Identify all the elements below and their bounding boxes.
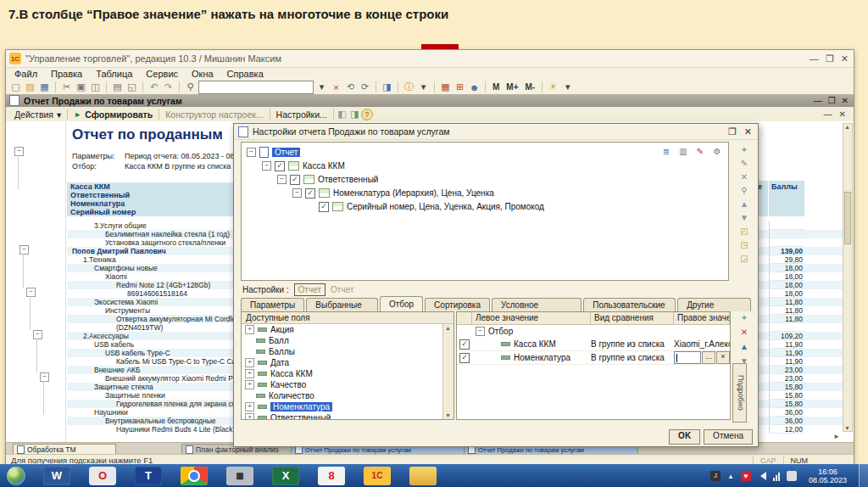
filter-column-header-2[interactable]: Правое значение xyxy=(674,312,730,324)
panel-minimize-icon[interactable]: — xyxy=(824,109,832,119)
chrome-icon[interactable] xyxy=(181,467,208,485)
outline-collapse-icon[interactable]: − xyxy=(19,245,29,255)
expand-icon[interactable]: + xyxy=(245,358,254,367)
checkbox[interactable]: ✓ xyxy=(459,339,470,350)
tab-4[interactable]: Условное оформление xyxy=(492,298,581,311)
filter-left-value[interactable]: Номенклатура xyxy=(472,353,591,362)
report-restore-button[interactable]: ❐ xyxy=(828,97,836,105)
right-value-input[interactable] xyxy=(674,351,701,364)
actions-button[interactable]: Действия ▾ xyxy=(10,109,65,120)
collapse-icon[interactable]: − xyxy=(262,161,271,171)
calculator-icon[interactable]: ▦ xyxy=(226,467,253,485)
filter-row[interactable]: ✓Касса ККМВ группе из спискаXiaomi_г.Але… xyxy=(457,338,730,351)
paste-icon[interactable]: ◫ xyxy=(89,81,102,93)
folder-icon[interactable] xyxy=(409,467,437,485)
outline-collapse-icon[interactable]: − xyxy=(26,288,36,297)
menu-item-4[interactable]: Окна xyxy=(192,69,214,79)
copy-element-icon[interactable]: ◰ xyxy=(737,226,751,237)
calendar-icon[interactable]: ▦ xyxy=(439,81,452,93)
move-out-group-icon[interactable]: ◲ xyxy=(737,253,751,264)
field-item[interactable]: +Дата xyxy=(242,357,442,368)
copy-icon[interactable]: ▣ xyxy=(75,81,87,93)
menu-item-3[interactable]: Сервис xyxy=(146,69,178,79)
tree-item[interactable]: −✓Номенклатура (Иерархия), Цена, Уценка xyxy=(292,187,494,199)
tray-expand-icon[interactable]: ▴ xyxy=(726,471,736,481)
open-folder-icon[interactable]: ▨ xyxy=(24,81,36,93)
tab-0[interactable]: Параметры xyxy=(241,298,304,311)
report-minimize-button[interactable]: — xyxy=(814,97,822,105)
menu-item-5[interactable]: Справка xyxy=(227,69,264,79)
generate-button[interactable]: ► Сформировать xyxy=(70,109,157,120)
field-item[interactable]: +Касса ККМ xyxy=(242,368,442,379)
collapse-icon[interactable]: − xyxy=(476,327,485,336)
outline-collapse-icon[interactable]: − xyxy=(40,372,49,382)
load-values-icon[interactable]: ◨ xyxy=(348,109,361,120)
tree-item[interactable]: −✓Касса ККМ xyxy=(262,160,345,172)
taskbar-clock[interactable]: 16:06 08.05.2023 xyxy=(809,467,847,484)
field-item[interactable]: Балл xyxy=(242,335,442,346)
help-icon[interactable]: ? xyxy=(361,109,373,120)
calculator-icon[interactable]: ⊞ xyxy=(453,81,466,93)
add-element-icon[interactable]: + xyxy=(737,144,751,155)
tree-item[interactable]: −✓Ответственный xyxy=(277,173,378,186)
filter-right-value[interactable]: ...× xyxy=(674,351,730,364)
checkbox[interactable]: ✓ xyxy=(319,202,329,212)
check-settings-icon[interactable]: ▥ xyxy=(677,146,689,157)
cancel-button[interactable]: Отмена xyxy=(704,429,753,445)
tray-connection-icon[interactable] xyxy=(787,471,797,481)
filter-column-header-0[interactable]: Левое значение xyxy=(472,312,591,324)
users-icon[interactable]: ☻ xyxy=(468,81,481,93)
panel-close-icon[interactable]: ✕ xyxy=(839,109,846,119)
edit-element-icon[interactable]: ✎ xyxy=(737,158,751,169)
field-item[interactable]: Количество xyxy=(242,390,442,401)
close-button[interactable]: ✕ xyxy=(841,53,849,64)
column-header-points[interactable]: Баллы xyxy=(768,181,804,216)
outline-collapse-icon[interactable]: − xyxy=(14,147,24,156)
report-header-row[interactable]: Серийный номер xyxy=(67,208,240,217)
settings-button[interactable]: Настройки... xyxy=(272,109,331,120)
search-icon[interactable]: ⚲ xyxy=(184,81,197,93)
checkbox[interactable]: ✓ xyxy=(275,161,285,171)
move-up-icon[interactable]: ▲ xyxy=(737,199,751,210)
filter-row[interactable]: ✓НоменклатураВ группе из списка...× xyxy=(457,351,730,365)
tip-icon[interactable]: ☀ xyxy=(547,81,559,93)
fields-scroll-up-icon[interactable]: ▲ xyxy=(445,325,451,331)
checkbox[interactable]: ✓ xyxy=(290,175,300,185)
start-button[interactable] xyxy=(7,467,25,485)
constructor-settings-icon[interactable]: ⚲ xyxy=(737,185,751,196)
te-icon[interactable]: Т xyxy=(135,467,162,485)
expand-icon[interactable]: + xyxy=(245,380,254,389)
clear-search-icon[interactable]: × xyxy=(330,81,342,93)
delete-condition-icon[interactable]: ✕ xyxy=(737,327,751,338)
fields-scroll-down-icon[interactable]: ▼ xyxy=(445,412,451,418)
menu-item-1[interactable]: Правка xyxy=(51,69,82,79)
new-doc-icon[interactable]: ▢ xyxy=(9,81,22,93)
save-icon[interactable]: ▦ xyxy=(38,81,51,93)
word-icon[interactable]: W xyxy=(43,467,70,485)
tree-item[interactable]: −Отчет xyxy=(247,146,300,159)
menu-item-2[interactable]: Таблица xyxy=(96,69,132,79)
tab-1[interactable]: Выбранные поля xyxy=(306,298,378,311)
tip-dropdown-icon[interactable]: ▾ xyxy=(561,81,574,93)
delete-element-icon[interactable]: ✕ xyxy=(737,171,751,182)
find-next-icon[interactable]: ⟳ xyxy=(359,81,371,93)
filter-group-row[interactable]: − Отбор xyxy=(457,325,730,338)
minimize-button[interactable]: — xyxy=(810,53,819,64)
checkbox[interactable]: ✓ xyxy=(305,188,315,199)
ok-button[interactable]: OK xyxy=(669,429,700,445)
expand-icon[interactable]: + xyxy=(245,325,254,334)
tab-2[interactable]: Отбор xyxy=(380,296,423,311)
report-structure-icon[interactable]: ≣ xyxy=(660,146,672,157)
filter-comparison[interactable]: В группе из списка xyxy=(591,339,674,349)
copy-values-icon[interactable]: ◨ xyxy=(381,81,393,93)
scroll-up-icon[interactable]: ▲ xyxy=(844,124,850,130)
vertical-scrollbar[interactable]: ▲ ▼ xyxy=(843,123,853,432)
search-dropdown-icon[interactable]: ▾ xyxy=(315,81,328,93)
redo-icon[interactable]: ↷ xyxy=(162,81,175,93)
move-in-group-icon[interactable]: ◳ xyxy=(737,239,751,250)
add-condition-icon[interactable]: + xyxy=(737,312,751,323)
tray-volume-icon[interactable] xyxy=(756,471,766,481)
save-values-icon[interactable]: ◧ xyxy=(336,109,348,120)
print-preview-icon[interactable]: ◱ xyxy=(125,81,138,93)
dialog-maximize-button[interactable]: ❐ xyxy=(728,126,737,137)
